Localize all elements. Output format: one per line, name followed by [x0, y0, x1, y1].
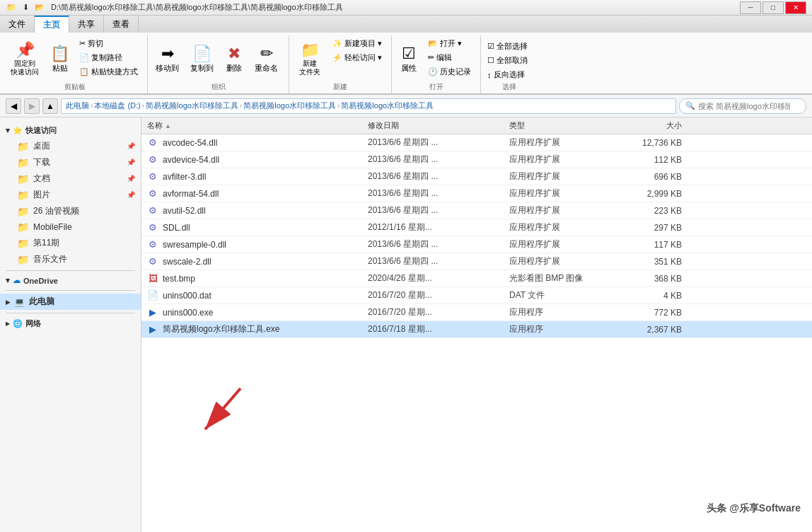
paste-button[interactable]: 📋 粘贴 — [45, 37, 74, 82]
properties-button[interactable]: ☑ 属性 — [395, 37, 423, 82]
invert-select-button[interactable]: ↕ 反向选择 — [484, 68, 531, 81]
sidebar-item-youtube-label: 26 油管视频 — [33, 205, 79, 217]
easy-access-button[interactable]: ⚡ 轻松访问 ▾ — [329, 51, 385, 64]
sidebar: ▾ ⭐ 快速访问 📁 桌面 📌 📁 下载 📌 📁 文档 📌 📁 图 — [0, 117, 141, 532]
sidebar-item-desktop[interactable]: 📁 桌面 📌 — [0, 138, 141, 154]
table-row[interactable]: 🖼 test.bmp 2020/4/26 星期... 光影看图 BMP 图像 3… — [141, 270, 812, 287]
file-name: ⚙ avfilter-3.dll — [141, 171, 368, 183]
breadcrumb-item-tool3[interactable]: 简易视频logo水印移除工具 — [341, 100, 434, 111]
table-row[interactable]: ⚙ avdevice-54.dll 2013/6/6 星期四 ... 应用程序扩… — [141, 151, 812, 168]
sidebar-section-thispc[interactable]: ▸ 💻 此电脑 — [0, 294, 141, 310]
rename-button[interactable]: ✏ 重命名 — [250, 37, 283, 82]
history-button[interactable]: 🕐 历史记录 — [424, 65, 475, 79]
pin-icon: 📌 — [127, 142, 135, 150]
new-item-button[interactable]: ✨ 新建项目 ▾ — [329, 37, 385, 50]
breadcrumb-item-tool2[interactable]: 简易视频logo水印移除工具 — [243, 100, 336, 111]
table-row[interactable]: ⚙ swresample-0.dll 2013/6/6 星期四 ... 应用程序… — [141, 236, 812, 253]
move-to-button[interactable]: ➡ 移动到 — [151, 37, 184, 82]
close-button[interactable]: ✕ — [785, 1, 806, 14]
file-type-icon: 📄 — [147, 290, 158, 301]
pin-quick-access-button[interactable]: 📌 固定到快速访问 — [6, 37, 44, 82]
sidebar-item-mobilefile[interactable]: 📁 MobileFile — [0, 219, 141, 235]
ribbon-tabs[interactable]: 文件 主页 共享 查看 — [0, 16, 812, 33]
sidebar-item-downloads[interactable]: 📁 下载 📌 — [0, 154, 141, 170]
table-row[interactable]: ▶ 简易视频logo水印移除工具.exe 2016/7/18 星期... 应用程… — [141, 321, 812, 338]
up-button[interactable]: ▲ — [42, 98, 58, 114]
rename-label: 重命名 — [255, 63, 278, 74]
title-bar: 📁 ⬇ 📂 D:\简易视频logo水印移除工具\简易视频logo水印移除工具\简… — [0, 0, 812, 16]
sidebar-item-period11[interactable]: 📁 第11期 — [0, 235, 141, 251]
pin-label: 固定到快速访问 — [11, 59, 39, 76]
delete-button[interactable]: ✖ 删除 — [220, 37, 248, 82]
select-all-icon: ☑ — [487, 42, 494, 51]
delete-label: 删除 — [226, 63, 242, 74]
paste-shortcut-icon: 📋 — [79, 67, 89, 76]
pin-icon: 📌 — [16, 42, 35, 58]
file-type-icon: 🖼 — [147, 273, 158, 284]
tab-file[interactable]: 文件 — [0, 16, 35, 33]
main-area: ▾ ⭐ 快速访问 📁 桌面 📌 📁 下载 📌 📁 文档 📌 📁 图 — [0, 117, 812, 532]
col-header-size[interactable]: 大小 — [622, 120, 693, 131]
new-folder-icon: 📁 — [301, 42, 320, 58]
table-row[interactable]: ⚙ avformat-54.dll 2013/6/6 星期四 ... 应用程序扩… — [141, 185, 812, 202]
table-row[interactable]: 📄 unins000.dat 2016/7/20 星期... DAT 文件 4 … — [141, 287, 812, 304]
sidebar-item-documents[interactable]: 📁 文档 📌 — [0, 170, 141, 187]
copy-to-icon: 📄 — [192, 46, 211, 62]
table-row[interactable]: ▶ unins000.exe 2016/7/20 星期... 应用程序 772 … — [141, 304, 812, 321]
col-header-type[interactable]: 类型 — [509, 120, 622, 131]
copy-to-button[interactable]: 📄 复制到 — [185, 37, 219, 82]
search-input[interactable] — [698, 102, 790, 110]
sidebar-item-pictures[interactable]: 📁 图片 📌 — [0, 187, 141, 203]
tab-share[interactable]: 共享 — [69, 16, 104, 33]
title-path: D:\简易视频logo水印移除工具\简易视频logo水印移除工具\简易视频log… — [51, 2, 740, 13]
file-size: 696 KB — [622, 172, 693, 182]
sidebar-item-music[interactable]: 📁 音乐文件 — [0, 251, 141, 267]
table-row[interactable]: ⚙ avfilter-3.dll 2013/6/6 星期四 ... 应用程序扩展… — [141, 168, 812, 185]
sidebar-section-quickaccess[interactable]: ▾ ⭐ 快速访问 — [0, 123, 141, 138]
file-type-icon: ▶ — [147, 307, 158, 318]
network-icon: 🌐 — [13, 319, 23, 328]
file-type: 应用程序扩展 — [509, 238, 622, 250]
col-header-name[interactable]: 名称 ▲ — [141, 120, 368, 131]
col-header-date[interactable]: 修改日期 — [368, 120, 509, 131]
table-row[interactable]: ⚙ avutil-52.dll 2013/6/6 星期四 ... 应用程序扩展 … — [141, 202, 812, 219]
search-bar[interactable]: 🔍 — [679, 98, 806, 114]
new-folder-button[interactable]: 📁 新建文件夹 — [292, 37, 327, 82]
file-date: 2016/7/20 星期... — [368, 306, 509, 318]
tab-home[interactable]: 主页 — [35, 16, 69, 33]
deselect-all-button[interactable]: ☐ 全部取消 — [484, 54, 531, 67]
select-all-button[interactable]: ☑ 全部选择 — [484, 40, 531, 53]
folder-icon: 📁 — [17, 206, 29, 217]
tab-view[interactable]: 查看 — [104, 16, 139, 33]
file-date: 2012/1/16 星期... — [368, 221, 509, 233]
file-date: 2013/6/6 星期四 ... — [368, 255, 509, 267]
table-row[interactable]: ⚙ swscale-2.dll 2013/6/6 星期四 ... 应用程序扩展 … — [141, 253, 812, 270]
folder-icon: 📁 — [17, 254, 29, 265]
breadcrumb-item-disk[interactable]: 本地磁盘 (D:) — [94, 100, 140, 111]
cut-button[interactable]: ✂ 剪切 — [76, 37, 141, 50]
table-row[interactable]: ⚙ SDL.dll 2012/1/16 星期... 应用程序扩展 297 KB — [141, 219, 812, 236]
breadcrumb-item-pc[interactable]: 此电脑 — [66, 100, 89, 111]
sidebar-section-onedrive[interactable]: ▾ ☁ OneDrive — [0, 274, 141, 287]
edit-button[interactable]: ✏ 编辑 — [424, 51, 475, 64]
back-button[interactable]: ◀ — [6, 98, 21, 114]
clipboard-small-buttons: ✂ 剪切 📄 复制路径 📋 粘贴快捷方式 — [76, 37, 141, 88]
open-button[interactable]: 📂 打开 ▾ — [424, 37, 475, 50]
sidebar-item-youtube[interactable]: 📁 26 油管视频 — [0, 203, 141, 219]
copy-path-button[interactable]: 📄 复制路径 — [76, 51, 141, 64]
file-date: 2013/6/6 星期四 ... — [368, 170, 509, 183]
paste-shortcut-button[interactable]: 📋 粘贴快捷方式 — [76, 65, 141, 79]
file-rows-container: ⚙ avcodec-54.dll 2013/6/6 星期四 ... 应用程序扩展… — [141, 134, 812, 338]
file-type: 应用程序扩展 — [509, 154, 622, 166]
file-size: 368 KB — [622, 274, 693, 284]
window-controls[interactable]: ─ □ ✕ — [740, 1, 806, 14]
forward-button[interactable]: ▶ — [24, 98, 40, 114]
sidebar-section-network[interactable]: ▸ 🌐 网络 — [0, 316, 141, 331]
table-row[interactable]: ⚙ avcodec-54.dll 2013/6/6 星期四 ... 应用程序扩展… — [141, 134, 812, 151]
deselect-all-icon: ☐ — [487, 56, 494, 65]
file-name: ⚙ avdevice-54.dll — [141, 154, 368, 166]
address-bar[interactable]: 此电脑 › 本地磁盘 (D:) › 简易视频logo水印移除工具 › 简易视频l… — [61, 98, 676, 114]
maximize-button[interactable]: □ — [762, 1, 784, 14]
minimize-button[interactable]: ─ — [740, 1, 761, 14]
breadcrumb-item-tool1[interactable]: 简易视频logo水印移除工具 — [146, 100, 238, 111]
